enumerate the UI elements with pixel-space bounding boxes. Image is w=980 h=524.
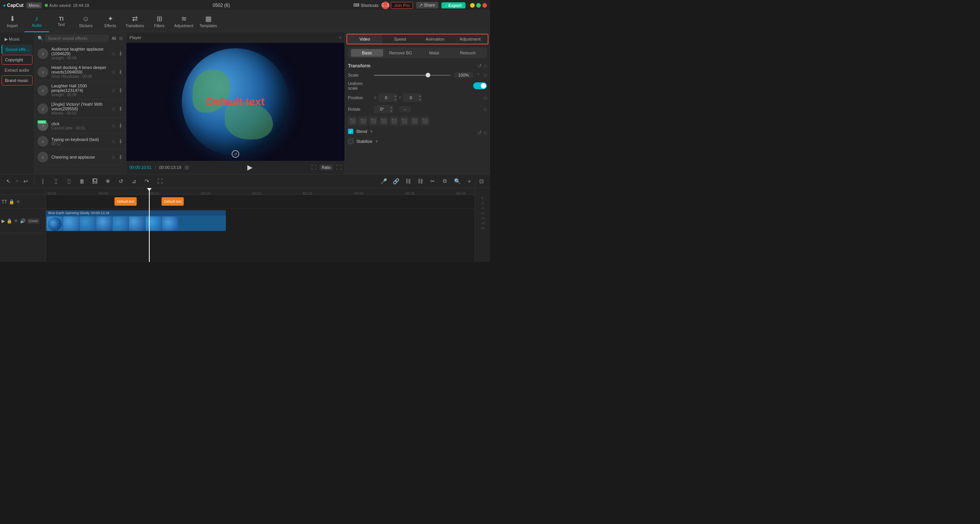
rotate-tl-button[interactable]: ↷ [142, 176, 152, 187]
ratio-button[interactable]: Ratio [320, 165, 333, 170]
unlink-button[interactable]: ⛓ [415, 176, 426, 187]
undo-button[interactable]: ↩ [20, 176, 31, 187]
minimize-button[interactable] [470, 3, 475, 8]
list-item[interactable]: ♪ Audience laughter applause (1094629) s… [34, 44, 126, 63]
list-item[interactable]: ♪ Typing on keyboard (fast) 00:12 ☆ ⬇ [34, 134, 126, 149]
scale-keyframe-button[interactable]: ◇ [483, 72, 487, 78]
favorite-button[interactable]: ☆ [111, 106, 116, 112]
favorite-button[interactable]: ☆ [111, 154, 116, 160]
sidebar-item-extract-audio[interactable]: Extract audio [2, 66, 33, 75]
toolbar-effects[interactable]: ✦ Effects [98, 11, 122, 32]
join-pro-button[interactable]: Join Pro [391, 2, 413, 9]
copy-button[interactable]: ⧉ [439, 176, 450, 187]
link-audio-button[interactable]: 🔗 [390, 176, 401, 187]
all-filter-button[interactable]: All [110, 36, 118, 41]
stabilize-checkbox[interactable] [348, 139, 353, 144]
scale-slider-thumb[interactable] [426, 73, 430, 77]
download-button[interactable]: ⬇ [118, 69, 123, 75]
toolbar-adjustment[interactable]: ≋ Adjustment [172, 11, 196, 32]
maximize-button[interactable] [476, 3, 481, 8]
list-item[interactable]: ♪ Laughter Hall 1500 people(1231474) str… [34, 81, 126, 100]
sidebar-item-brand-music[interactable]: Brand music [2, 75, 33, 85]
toolbar-audio[interactable]: ♪ Audio [24, 11, 49, 32]
favorite-button[interactable]: ☆ [111, 87, 116, 93]
video-lock-icon[interactable]: 🔒 [7, 218, 12, 224]
align-center-v-button[interactable]: ⬛ [389, 116, 399, 126]
toolbar-templates[interactable]: ▦ Templates [196, 11, 220, 32]
scale-increment-button[interactable]: ⌃ [476, 72, 480, 78]
text-clip-1[interactable]: Default text [114, 197, 137, 206]
video-audio-icon[interactable]: 🔊 [20, 218, 26, 224]
blend-chevron-icon[interactable]: ▾ [370, 129, 372, 134]
transform-handle[interactable]: ↺ [232, 150, 239, 158]
pos-y-down-button[interactable]: ▼ [418, 98, 421, 102]
pos-x-up-button[interactable]: ▲ [394, 94, 397, 98]
download-button[interactable]: ⬇ [118, 106, 123, 112]
zoom-in-button[interactable]: + [464, 176, 475, 187]
share-button[interactable]: ↗ Share [416, 2, 438, 8]
blend-checkbox[interactable]: ✓ [348, 129, 353, 134]
text-clip-2[interactable]: Default text [162, 197, 184, 206]
favorite-button[interactable]: ☆ [111, 51, 116, 57]
align-right-button[interactable]: ⬛ [369, 116, 378, 126]
freeze-button[interactable]: ❄ [103, 176, 113, 187]
video-eye-icon[interactable]: 👁 [14, 218, 18, 224]
download-button[interactable]: ⬇ [118, 51, 123, 57]
crop-frame-button[interactable]: ⛶ [155, 176, 165, 187]
zoom-out-button[interactable]: 🔍 [452, 176, 462, 187]
align-right-edge-button[interactable]: ⬛ [420, 116, 430, 126]
toolbar-transitions[interactable]: ⇄ Transitions [122, 11, 147, 32]
clip-button[interactable]: ⛾ [90, 176, 100, 187]
sidebar-item-sound-effects[interactable]: Sound effe... [2, 45, 33, 54]
transform-keyframe-button[interactable]: ◇ [483, 63, 487, 69]
subtab-mask[interactable]: Mask [418, 49, 451, 57]
link-video-button[interactable]: ⛓ [403, 176, 413, 187]
position-x-input[interactable] [379, 95, 394, 101]
split-button[interactable]: | [38, 176, 48, 187]
position-keyframe-button[interactable]: ◇ [483, 95, 487, 100]
rotate-down-button[interactable]: ▼ [390, 109, 393, 113]
tab-animation[interactable]: Animation [418, 34, 453, 44]
favorite-button[interactable]: ☆ [111, 123, 116, 129]
filter-icon[interactable]: ⊞ [119, 36, 123, 41]
favorite-button[interactable]: ☆ [111, 69, 116, 75]
video-clip[interactable]: Blue Earth Spinning Slowly 00:00:13:18 [46, 210, 226, 231]
subtab-remove-bg[interactable]: Remove BG [385, 49, 417, 57]
toolbar-filters[interactable]: ⊞ Filters [147, 11, 172, 32]
export-button[interactable]: ↑ Export [441, 2, 466, 8]
align-left-edge-button[interactable]: ⬛ [410, 116, 419, 126]
align-top-button[interactable]: ⬛ [379, 116, 388, 126]
transform-reset-button[interactable]: ↺ [477, 63, 482, 69]
download-button[interactable]: ⬇ [118, 138, 123, 144]
toolbar-stickers[interactable]: ☺ Stickers [74, 11, 98, 32]
close-button[interactable] [482, 3, 487, 8]
delete-button[interactable]: 🗑 [77, 176, 87, 187]
download-button[interactable]: ⬇ [118, 123, 123, 129]
subtab-basic[interactable]: Basic [351, 49, 383, 57]
microphone-button[interactable]: 🎤 [378, 176, 389, 187]
rotate-keyframe-button[interactable]: ◇ [483, 106, 487, 112]
list-item[interactable]: FREE ♪ click CanonCable · 00:01 ☆ ⬇ [34, 118, 126, 134]
rotate-input[interactable] [374, 106, 390, 112]
mirror-button[interactable]: ⊿ [129, 176, 139, 187]
align-center-h-button[interactable]: ⬛ [358, 116, 368, 126]
tab-adjustment[interactable]: Adjustment [452, 34, 488, 44]
rotate-dash-input[interactable] [399, 106, 411, 112]
menu-button[interactable]: Menu [26, 2, 42, 8]
stabilize-chevron-icon[interactable]: ▾ [376, 139, 378, 144]
playhead[interactable] [149, 188, 150, 262]
favorite-button[interactable]: ☆ [111, 138, 116, 144]
play-button[interactable]: ▶ [247, 163, 253, 172]
rotate-up-button[interactable]: ▲ [390, 105, 393, 109]
align-bottom-button[interactable]: ⬛ [400, 116, 409, 126]
trim-button[interactable]: ⌷ [64, 176, 74, 187]
toolbar-import[interactable]: ⬇ Import [0, 11, 24, 32]
scale-slider[interactable] [374, 72, 451, 78]
loop-button[interactable]: ↺ [116, 176, 126, 187]
list-item[interactable]: ♪ [Jingle] Victory! (Yeah! With voice(20… [34, 100, 126, 118]
sidebar-item-copyright[interactable]: Copyright [2, 55, 33, 65]
blend-reset-button[interactable]: ↺ [477, 129, 482, 136]
download-button[interactable]: ⬇ [118, 154, 123, 160]
toolbar-text[interactable]: TI Text [49, 11, 74, 32]
crop-button[interactable]: ⌶ [51, 176, 61, 187]
